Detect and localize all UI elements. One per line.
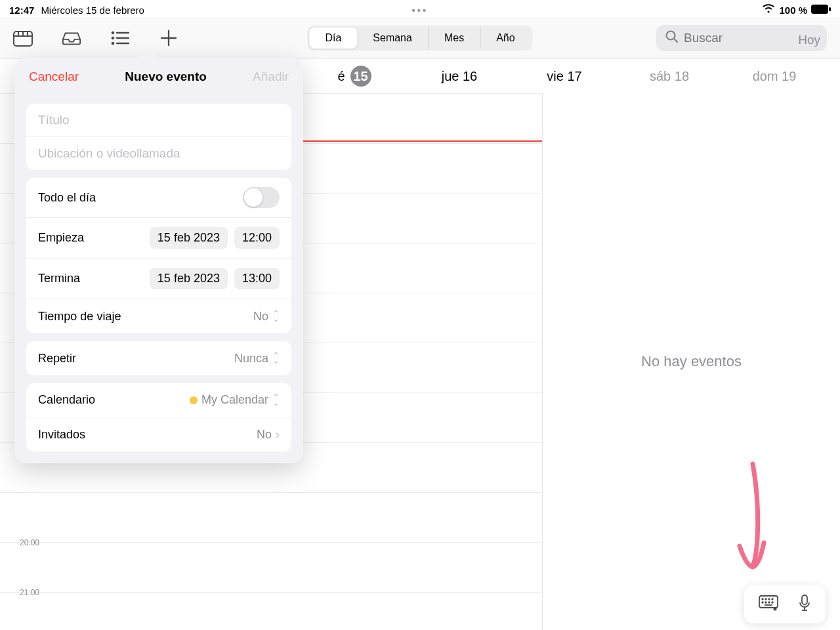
calendar-view-icon[interactable] (13, 28, 33, 48)
tab-day[interactable]: Día (309, 28, 357, 49)
no-events-label: No hay eventos (641, 353, 742, 370)
event-details-panel: No hay eventos (543, 93, 840, 630)
svg-point-11 (112, 42, 114, 43)
hour-label: 20:00 (20, 538, 39, 547)
today-button[interactable]: Hoy (798, 33, 820, 47)
updown-icon: ⌃⌄ (272, 353, 280, 364)
guests-row[interactable]: Invitados No › (26, 417, 291, 452)
travel-time-label: Tiempo de viaje (38, 310, 253, 324)
day-cell-selected[interactable]: é15 (302, 66, 407, 87)
calendar-row[interactable]: Calendario My Calendar ⌃⌄ (26, 383, 291, 417)
status-bar: 12:47 Miércoles 15 de febrero ••• 100 % (0, 0, 840, 17)
svg-point-9 (112, 37, 114, 38)
svg-point-19 (765, 598, 766, 600)
new-event-popover: Cancelar Nuevo evento Añadir Todo el día… (14, 58, 303, 463)
svg-line-16 (674, 39, 677, 42)
svg-rect-1 (829, 7, 831, 11)
event-title-input[interactable] (38, 113, 280, 127)
svg-point-7 (112, 32, 114, 33)
add-icon[interactable] (159, 28, 178, 48)
all-day-toggle[interactable] (243, 187, 280, 208)
tab-week[interactable]: Semana (357, 28, 429, 49)
battery-icon (811, 5, 831, 16)
day-cell[interactable]: jue 16 (407, 69, 512, 84)
battery-percent: 100 % (779, 5, 807, 16)
starts-label: Empieza (38, 231, 150, 245)
svg-point-22 (762, 602, 763, 603)
start-date-chip[interactable]: 15 feb 2023 (150, 227, 228, 249)
svg-rect-0 (811, 5, 828, 14)
day-cell[interactable]: vie 17 (512, 69, 617, 84)
svg-point-24 (768, 602, 770, 603)
multitask-dots-icon[interactable]: ••• (412, 5, 429, 16)
chevron-right-icon: › (276, 428, 280, 442)
status-time: 12:47 (9, 5, 34, 16)
start-time-chip[interactable]: 12:00 (234, 227, 280, 249)
tab-month[interactable]: Mes (429, 28, 480, 49)
travel-time-row[interactable]: Tiempo de viaje No ⌃⌄ (26, 299, 291, 333)
repeat-label: Repetir (38, 352, 234, 366)
guests-label: Invitados (38, 428, 257, 442)
updown-icon: ⌃⌄ (272, 395, 280, 406)
tab-year[interactable]: Año (480, 28, 530, 49)
svg-rect-28 (802, 595, 807, 604)
ends-label: Termina (38, 272, 150, 285)
event-location-input[interactable] (38, 146, 280, 161)
view-segmented-control: Día Semana Mes Año (307, 26, 532, 51)
end-time-chip[interactable]: 13:00 (234, 268, 280, 289)
search-icon (665, 30, 679, 46)
svg-point-20 (768, 598, 770, 600)
svg-point-25 (772, 602, 773, 603)
keyboard-icon[interactable] (759, 595, 778, 614)
microphone-icon[interactable] (798, 595, 811, 614)
end-date-chip[interactable]: 15 feb 2023 (150, 268, 228, 289)
all-day-label: Todo el día (38, 191, 243, 205)
cancel-button[interactable]: Cancelar (29, 70, 79, 84)
list-icon[interactable] (110, 28, 130, 48)
hour-label: 21:00 (20, 588, 39, 597)
day-cell[interactable]: dom 19 (722, 69, 827, 84)
calendar-color-dot (190, 396, 198, 404)
toolbar: Día Semana Mes Año (0, 17, 840, 59)
svg-point-23 (765, 602, 766, 603)
updown-icon: ⌃⌄ (272, 311, 280, 322)
wifi-icon (762, 4, 775, 16)
popover-title: Nuevo evento (125, 70, 207, 84)
inbox-icon[interactable] (62, 28, 81, 48)
repeat-row[interactable]: Repetir Nunca ⌃⌄ (26, 341, 291, 375)
add-button[interactable]: Añadir (253, 70, 289, 84)
svg-point-21 (772, 598, 773, 600)
keyboard-toolbar (744, 585, 826, 623)
status-date: Miércoles 15 de febrero (41, 5, 144, 16)
svg-point-27 (774, 608, 777, 611)
day-cell[interactable]: sáb 18 (617, 69, 722, 84)
calendar-label: Calendario (38, 393, 190, 407)
svg-point-18 (762, 598, 763, 600)
